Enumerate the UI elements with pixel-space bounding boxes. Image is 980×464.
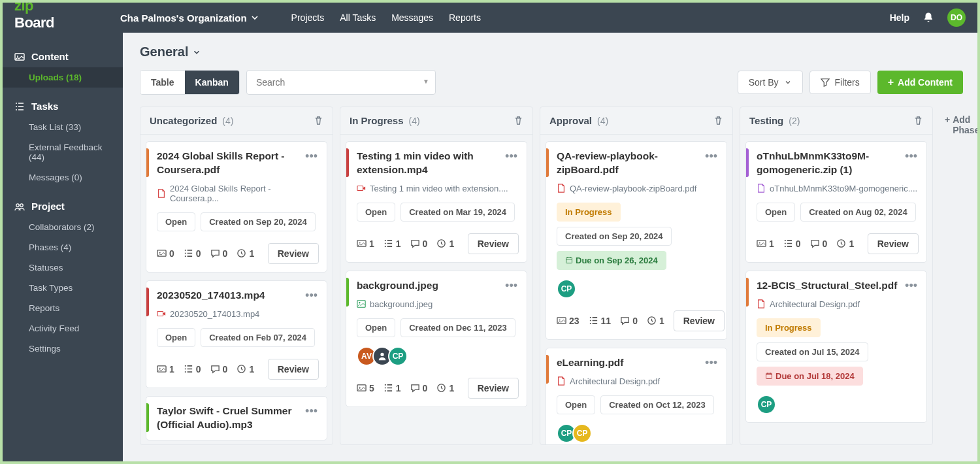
stat-clock: 1: [836, 239, 854, 249]
filters-button[interactable]: Filters: [809, 71, 871, 94]
nav-projects[interactable]: Projects: [291, 12, 325, 23]
card-file: QA-review-playbook-zipBoard.pdf: [557, 184, 719, 193]
sidebar-item[interactable]: Activity Feed: [3, 318, 123, 339]
pill: Created on Sep 20, 2024: [557, 227, 672, 246]
sidebar-item[interactable]: Task List (33): [3, 117, 123, 137]
sidebar-section-content[interactable]: Content: [3, 44, 123, 67]
card[interactable]: background.jpeg •••background.jpegOpenCr…: [346, 271, 527, 407]
stat-clock: 1: [436, 239, 454, 249]
sidebar-item[interactable]: Phases (4): [3, 237, 123, 257]
file-icon: [557, 376, 566, 386]
review-button[interactable]: Review: [268, 243, 319, 264]
plus-icon: +: [888, 77, 894, 88]
table-view[interactable]: Table: [140, 71, 185, 94]
pill: Due on Jul 18, 2024: [757, 367, 863, 386]
plus-icon: +: [945, 114, 950, 125]
more-icon[interactable]: •••: [704, 356, 719, 370]
nav-alltasks[interactable]: All Tasks: [340, 12, 376, 23]
nav-reports[interactable]: Reports: [449, 12, 481, 23]
review-button[interactable]: Review: [468, 233, 519, 254]
more-icon[interactable]: •••: [304, 150, 319, 163]
stat-list: 1: [384, 383, 401, 393]
more-icon[interactable]: •••: [304, 289, 319, 303]
avatar[interactable]: CP: [757, 395, 776, 414]
page-title[interactable]: General: [140, 44, 977, 59]
help-link[interactable]: Help: [890, 12, 909, 23]
column-header: Approval (4): [540, 107, 732, 135]
sidebar-item[interactable]: Settings: [3, 339, 123, 359]
card[interactable]: Taylor Swift - Cruel Summer (Official Au…: [146, 396, 327, 440]
sidebar-item[interactable]: Task Types: [3, 278, 123, 298]
file-icon: [757, 299, 766, 308]
card[interactable]: QA-review-playbook-zipBoard.pdf •••QA-re…: [546, 141, 727, 340]
more-icon[interactable]: •••: [504, 150, 519, 163]
view-toggle: Table Kanban: [140, 70, 240, 95]
avatar[interactable]: CP: [572, 423, 592, 443]
review-button[interactable]: Review: [674, 310, 725, 331]
trash-icon[interactable]: [514, 116, 523, 125]
card-title: QA-review-playbook-zipBoard.pdf: [557, 150, 700, 177]
org-switcher[interactable]: Cha Palmos's Organization: [120, 12, 260, 24]
svg-rect-11: [357, 186, 363, 191]
sidebar-item[interactable]: External Feedback (44): [3, 137, 123, 167]
sidebar-item[interactable]: Reports: [3, 298, 123, 318]
avatar[interactable]: CP: [388, 346, 408, 366]
more-icon[interactable]: •••: [904, 150, 919, 163]
trash-icon[interactable]: [713, 116, 723, 125]
svg-point-23: [559, 320, 561, 321]
trash-icon[interactable]: [913, 116, 923, 125]
card[interactable]: 2024 Global Skills Report - Coursera.pdf…: [146, 141, 327, 273]
card[interactable]: 20230520_174013.mp4 •••20230520_174013.m…: [146, 280, 327, 388]
card-stats: 5101Review: [357, 378, 519, 399]
card[interactable]: eLearning.pdf •••Architectural Design.pd…: [546, 348, 727, 444]
svg-point-19: [359, 387, 361, 388]
svg-point-13: [359, 242, 361, 244]
stat-list: 0: [184, 364, 201, 374]
pill[interactable]: Open: [357, 318, 395, 337]
card[interactable]: oTnhuLbMnmK33to9M-gomogeneric.zip (1) ••…: [745, 141, 927, 263]
stat-img: 1: [757, 239, 774, 249]
review-button[interactable]: Review: [468, 378, 519, 399]
card-stats: 1101Review: [357, 233, 519, 254]
caret-down-icon[interactable]: ▼: [423, 78, 429, 85]
sidebar-item[interactable]: Uploads (18): [3, 67, 123, 88]
pill[interactable]: Open: [357, 203, 395, 222]
search-input[interactable]: [246, 70, 436, 95]
pill[interactable]: Open: [557, 395, 595, 414]
sidebar-item[interactable]: Collaborators (2): [3, 217, 123, 237]
bell-icon[interactable]: [923, 12, 934, 24]
sidebar-item[interactable]: Statuses: [3, 257, 123, 278]
sidebar-section-project[interactable]: Project: [3, 194, 123, 217]
sidebar-section-tasks[interactable]: Tasks: [3, 94, 123, 117]
more-icon[interactable]: •••: [304, 405, 319, 418]
nav-messages[interactable]: Messages: [391, 12, 433, 23]
user-avatar[interactable]: DO: [947, 8, 966, 27]
card-file: 20230520_174013.mp4: [157, 309, 319, 319]
stat-chat: 0: [210, 364, 228, 374]
avatar[interactable]: CP: [557, 279, 576, 299]
pill[interactable]: Open: [157, 212, 195, 231]
pill[interactable]: Open: [757, 203, 795, 222]
card-avatars: AVCP: [357, 346, 519, 366]
more-icon[interactable]: •••: [704, 150, 719, 163]
sort-by-button[interactable]: Sort By: [738, 71, 803, 94]
card[interactable]: Testing 1 min video with extension.mp4 •…: [346, 141, 527, 263]
pill[interactable]: Open: [157, 328, 195, 347]
kanban-view[interactable]: Kanban: [185, 71, 239, 94]
pill: Created on Dec 11, 2023: [400, 318, 515, 337]
card[interactable]: 12-BCIS_Structural_Steel.pdf •••Architec…: [745, 271, 927, 423]
card-title: 2024 Global Skills Report - Coursera.pdf: [157, 150, 300, 177]
sidebar-item[interactable]: Messages (0): [3, 167, 123, 188]
add-phase-button[interactable]: +Add Phase: [939, 107, 977, 445]
more-icon[interactable]: •••: [904, 279, 919, 293]
column-header: In Progress (4): [340, 107, 532, 135]
chevron-down-icon: [192, 48, 201, 57]
more-icon[interactable]: •••: [504, 279, 519, 293]
file-icon: [157, 189, 166, 198]
trash-icon[interactable]: [314, 116, 323, 125]
review-button[interactable]: Review: [268, 359, 319, 380]
review-button[interactable]: Review: [868, 233, 919, 254]
pill: Created on Jul 15, 2024: [757, 342, 868, 361]
add-content-button[interactable]: + Add Content: [877, 71, 963, 94]
stat-clock: 1: [237, 364, 254, 374]
